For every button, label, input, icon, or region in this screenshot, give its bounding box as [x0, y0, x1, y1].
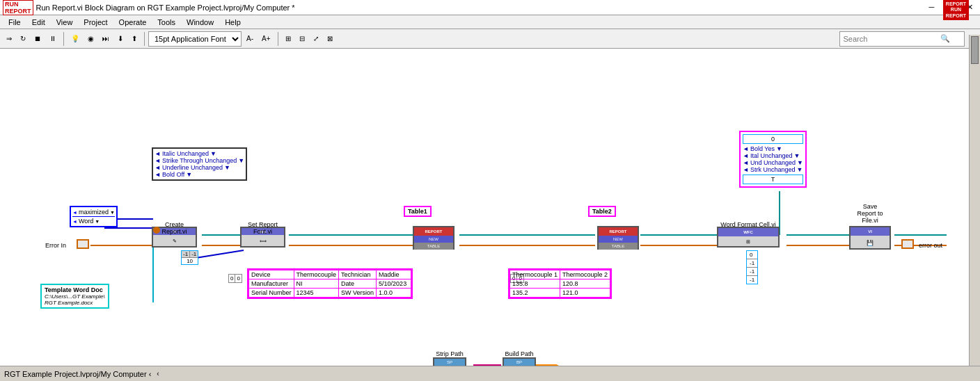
- titlebar-left: RUNREPORT Run Report.vi Block Diagram on…: [3, 0, 295, 15]
- scrollbar-right[interactable]: [969, 35, 980, 366]
- italic-enum[interactable]: Italic Unchanged: [162, 150, 209, 157]
- table2-data: Thermocouple 1 Thermocouple 2 135.8 120.…: [508, 268, 612, 299]
- pause-button[interactable]: ⏸: [46, 33, 60, 44]
- error-in-connector: [77, 239, 89, 249]
- strip-path-label: Strip Path: [430, 350, 469, 357]
- word-label: Word: [79, 218, 93, 225]
- build-path-label: Build Path: [500, 350, 539, 357]
- table1-data: Device Thermocouple Technician Maddie Ma…: [247, 268, 413, 299]
- numeric-array-1: -1 -1 10: [181, 250, 198, 265]
- menu-tools[interactable]: Tools: [152, 18, 181, 26]
- t1-r2c0: Serial Number: [249, 289, 294, 298]
- table2-label: Table2: [588, 206, 616, 217]
- menu-file[interactable]: File: [3, 18, 26, 26]
- titlebar: RUNREPORT Run Report.vi Block Diagram on…: [0, 0, 980, 15]
- t2-r0c0: Thermocouple 1: [510, 270, 560, 279]
- t2-r2c1: 121.0: [560, 289, 610, 298]
- t1-r0c2: Technician: [339, 270, 377, 279]
- distribute-button[interactable]: ⊟: [296, 33, 308, 44]
- minimize-button[interactable]: ─: [925, 3, 939, 12]
- maximized-label: maximized: [79, 209, 109, 216]
- t1-r2c1: 12345: [294, 289, 339, 298]
- t1-r1c1: NI: [294, 279, 339, 289]
- error-in-label: Error In: [45, 242, 66, 249]
- zero-cluster: 0 0: [228, 274, 242, 283]
- menu-window[interactable]: Window: [181, 18, 219, 26]
- t1-r2c2: SW Version: [339, 289, 377, 298]
- step-into-button[interactable]: ⬇: [114, 33, 127, 44]
- t1-r0c0: Device: [249, 270, 294, 279]
- retain-values-button[interactable]: ◉: [84, 33, 97, 44]
- search-icon: 🔍: [940, 34, 950, 43]
- underline-enum[interactable]: Underline Unchanged: [162, 164, 223, 171]
- highlight-button[interactable]: 💡: [68, 33, 83, 44]
- set-report-font-label: Set Report Font.vi: [240, 221, 285, 235]
- numeric-array-right: 0 -1 -1 -1: [746, 250, 758, 284]
- menu-help[interactable]: Help: [219, 18, 246, 26]
- run-arrow-button[interactable]: ⇒: [3, 33, 15, 44]
- menu-operate[interactable]: Operate: [113, 18, 152, 26]
- reorder-button[interactable]: ⊠: [324, 33, 336, 44]
- error-out-connector: [901, 239, 914, 249]
- strikethrough-enum[interactable]: Strike Through Unchanged: [162, 157, 237, 164]
- menu-view[interactable]: View: [51, 18, 79, 26]
- align-button[interactable]: ⊞: [282, 33, 294, 44]
- t2-r1c1: 120.8: [560, 279, 610, 289]
- font-settings-box: ◄Italic Unchanged▼ ◄Strike Through Uncha…: [152, 147, 247, 181]
- t1-r2c3: 1.0.0: [377, 289, 411, 298]
- toolbar-sep-3: [278, 32, 278, 46]
- app-icon: RUNREPORT: [3, 0, 33, 15]
- font-size-inc[interactable]: A+: [258, 33, 274, 44]
- t2-r0c1: Thermocouple 2: [560, 270, 610, 279]
- wire-overlay: [0, 49, 967, 367]
- t1-r0c3: Maddie: [377, 270, 411, 279]
- main-canvas: ◄ maximized ▼ ◄ Word ▼ Error In ◄Italic …: [0, 49, 980, 367]
- save-report-vi[interactable]: VI 💾: [849, 226, 891, 250]
- t2-r2c0: 135.2: [510, 289, 560, 298]
- save-report-label: Save Report to File.vi: [842, 203, 898, 224]
- t1-r0c1: Thermocouple: [294, 270, 339, 279]
- statusbar: RGT Example Project.lvproj/My Computer ‹…: [0, 366, 980, 367]
- template-doc-filename: RGT Example.docx: [45, 300, 105, 306]
- toolbar-sep-2: [144, 32, 145, 46]
- mode-control-box: ◄ maximized ▼ ◄ Word ▼: [70, 206, 118, 227]
- junction-1: [153, 227, 160, 234]
- ital-unch-enum[interactable]: Ital Unchanged: [750, 152, 793, 159]
- run-continuously-button[interactable]: ↻: [17, 33, 29, 44]
- step-out-button[interactable]: ⬆: [128, 33, 141, 44]
- step-over-button[interactable]: ⏭: [99, 33, 113, 44]
- abort-button[interactable]: ⏹: [31, 33, 45, 44]
- svg-line-16: [191, 250, 244, 259]
- menu-project[interactable]: Project: [78, 18, 113, 26]
- toolbar-sep-1: [63, 32, 64, 46]
- run-report-icon: REPORTRUNREPORT: [943, 0, 969, 20]
- error-out-label: error out: [919, 242, 942, 249]
- word-format-cell-vi[interactable]: WFC ⊞: [717, 227, 780, 248]
- menu-edit[interactable]: Edit: [26, 18, 51, 26]
- template-doc-control: Template Word Doc C:\Users\...GT Example…: [40, 284, 109, 309]
- strk-unch-enum[interactable]: Strk Unchanged: [750, 166, 796, 173]
- block-diagram: ◄ maximized ▼ ◄ Word ▼ Error In ◄Italic …: [0, 49, 967, 367]
- font-size-dec[interactable]: A-: [243, 33, 257, 44]
- search-box[interactable]: 🔍: [839, 31, 965, 47]
- toolbar: ⇒ ↻ ⏹ ⏸ 💡 ◉ ⏭ ⬇ ⬆ 15pt Application Font …: [0, 29, 980, 49]
- word-format-settings-box: 0 ◄Bold Yes▼ ◄Ital Unchanged▼ ◄Und Uncha…: [739, 131, 807, 188]
- template-doc-path: C:\Users\...GT Example\: [45, 293, 105, 300]
- resize-button[interactable]: ⤢: [310, 33, 322, 44]
- und-unch-enum[interactable]: Und Unchanged: [750, 159, 796, 166]
- titlebar-title: Run Report.vi Block Diagram on RGT Examp…: [36, 3, 295, 12]
- table1-vi[interactable]: REPORT NEW TABLE: [413, 226, 455, 250]
- search-input[interactable]: [843, 35, 940, 43]
- table1-label: Table1: [404, 206, 432, 217]
- table2-vi[interactable]: REPORT NEW TABLE: [597, 226, 639, 250]
- t1-r1c3: 5/10/2023: [377, 279, 411, 289]
- scroll-thumb[interactable]: [971, 36, 979, 64]
- t2-r1c0: 135.8: [510, 279, 560, 289]
- word-format-cell-label: Word Format Cell.vi: [713, 221, 783, 228]
- bold-enum[interactable]: Bold Off: [162, 171, 184, 178]
- template-doc-label: Template Word Doc: [45, 286, 105, 293]
- menubar: File Edit View Project Operate Tools Win…: [0, 15, 980, 29]
- bold-yes-enum[interactable]: Bold Yes: [750, 145, 775, 152]
- font-select[interactable]: 15pt Application Font: [148, 31, 242, 47]
- t1-r1c0: Manufacturer: [249, 279, 294, 289]
